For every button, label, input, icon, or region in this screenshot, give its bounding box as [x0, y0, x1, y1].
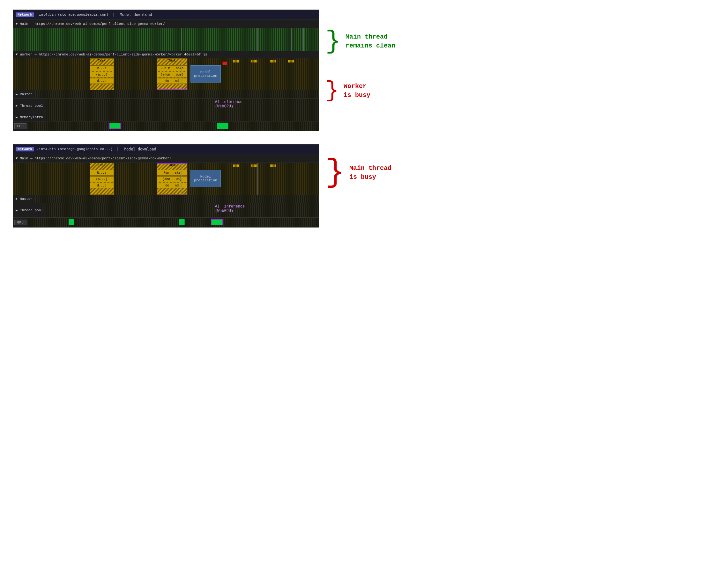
main2-small-1	[233, 165, 239, 167]
network-label-area-1: Network -int4.bin (storage.googleapis.co…	[13, 10, 319, 19]
main-url-1: ▼ Main — https://chrome.dev/web-ai-demos…	[13, 21, 168, 27]
vline-main-5	[303, 28, 304, 51]
worker-url-1: ▼ Worker — https://chrome.dev/web-ai-dem…	[16, 53, 207, 56]
diagram-panel1: Network -int4.bin (storage.googleapis.co…	[13, 10, 395, 131]
main-thread-tracks-1	[13, 28, 319, 51]
ai-inference-label-2: AI inference (WebGPU)	[215, 204, 245, 213]
model-prep-block-2: Model preparation	[190, 170, 221, 187]
red-block-worker-1	[222, 62, 227, 65]
a-block-1: (a...)	[90, 72, 114, 77]
brace-red-1: }	[325, 80, 339, 102]
gpu-block2-1	[109, 123, 121, 129]
a-label-2: (a...)	[96, 178, 108, 181]
vline-worker-1	[181, 58, 182, 90]
gpu-content-2	[28, 218, 319, 227]
separator-2: |	[116, 147, 119, 151]
anon-label-2: (ano...us)	[162, 178, 182, 181]
raster-label-1: ▶ Raster	[13, 92, 35, 96]
raster-label-2: ▶ Raster	[13, 197, 35, 201]
diagram-panel2: Network -int4.bin (storage.googleapis.co…	[13, 144, 391, 228]
rs-label-1: R...s	[97, 67, 107, 70]
annotations-panel2: } Main thread is busy	[325, 144, 391, 189]
dond-block-1: do...nd	[157, 78, 187, 84]
vline-main-4	[291, 28, 292, 51]
model-download-1: Model download	[120, 12, 152, 17]
network-badge-1: Network	[16, 12, 34, 17]
model-prep-label-2: Model preparation	[194, 175, 217, 182]
brace-green-1: }	[325, 29, 341, 54]
threadpool-row-1: ▶ Thread pool AI inference (WebGPU)	[13, 99, 319, 113]
model-download-2: Model download	[124, 147, 156, 151]
anon-label-1: (anon...ous)	[160, 73, 183, 77]
worker-small-4	[288, 60, 294, 63]
vline-main2-1	[181, 163, 182, 195]
rs-label-2: R...s	[97, 171, 107, 175]
dond-block-2: do...nd	[157, 183, 187, 188]
task1-label-1: Task	[98, 59, 106, 63]
threadpool-label-2: ▶ Thread pool	[13, 208, 46, 212]
dond-label-1: do...nd	[165, 79, 179, 83]
a-label-1: (a...)	[96, 73, 108, 77]
network-row-1: Network -int4.bin (storage.googleapis.co…	[13, 10, 319, 19]
memoryinfra-row-1: ▶ MemoryInfra	[13, 113, 319, 122]
dond-label-2: do...nd	[165, 184, 179, 188]
main2-small-3	[270, 165, 276, 167]
runsks-block-2: Run...sks	[157, 170, 187, 176]
threadpool-content-1: AI inference (WebGPU)	[46, 99, 319, 113]
worker-tracks-1: Task Task R...s Run m...asks (a...)	[13, 58, 319, 90]
a-block-2: (a...)	[90, 176, 114, 182]
main-thread-tracks-2: Task Task R...s Run...sks (a...) (a	[13, 163, 319, 195]
vline-main-6	[313, 28, 313, 51]
annotation-text-clean: Main thread remains clean	[345, 33, 395, 50]
network-label-area-2: Network -int4.bin (storage.googleapis.co…	[13, 144, 319, 154]
annotations-panel1: } Main thread remains clean } Worker is …	[325, 10, 395, 102]
memoryinfra-label-1: ▶ MemoryInfra	[13, 115, 46, 119]
runasks-block-1: Run m...asks	[157, 65, 187, 71]
network-file-1: -int4.bin (storage.googleapis.com)	[37, 13, 108, 17]
model-prep-label-1: Model preparation	[194, 70, 217, 78]
dd-block-1: d...d	[90, 78, 114, 84]
memoryinfra-content-1	[46, 113, 319, 121]
separator-1: |	[112, 12, 115, 17]
dd-label-2: d...d	[97, 184, 107, 188]
gpu-row-2: GPU	[13, 218, 319, 227]
vline-main2-2	[257, 163, 258, 195]
rs-block-2: R...s	[90, 170, 114, 176]
gpu-row-1: GPU	[13, 122, 319, 131]
vline-main-2	[257, 28, 258, 51]
runsks-label-2: Run...sks	[163, 171, 181, 175]
gpu-block1-2	[69, 219, 74, 225]
timeline-panel1: Network -int4.bin (storage.googleapis.co…	[13, 10, 319, 131]
dd-block-2: d...d	[90, 183, 114, 188]
timeline-panel2: Network -int4.bin (storage.googleapis.co…	[13, 144, 319, 228]
gpu-block4-1	[217, 123, 228, 129]
raster-content-1	[35, 90, 319, 98]
task2-label-2: Task	[168, 164, 176, 167]
raster-row-1: ▶ Raster	[13, 90, 319, 99]
task1-label-2: Task	[98, 164, 106, 167]
brace-red-2: }	[325, 157, 345, 189]
task2-label-1: Task	[168, 59, 176, 63]
raster-content-2	[35, 195, 319, 203]
anon-block-1: (anon...ous)	[157, 72, 187, 77]
annotation-text-main-busy: Main thread is busy	[349, 164, 391, 182]
raster-row-2: ▶ Raster	[13, 195, 319, 203]
main-url-2: ▼ Main — https://chrome.dev/web-ai-demos…	[13, 155, 174, 162]
annotation-group-busy-worker: } Worker is busy	[325, 80, 395, 102]
vline-main-1	[181, 28, 182, 51]
annotation-group-main-busy: } Main thread is busy	[325, 157, 391, 189]
worker-header-1: ▼ Worker — https://chrome.dev/web-ai-dem…	[13, 51, 319, 58]
main2-small-2	[251, 165, 257, 167]
ai-inference-label-1: AI inference (WebGPU)	[215, 100, 242, 109]
gpu-block2-2	[179, 219, 185, 225]
worker-small-1	[233, 60, 239, 63]
gpu-label-1: GPU	[14, 123, 26, 129]
vline-main2-3	[279, 163, 279, 195]
threadpool-row-2: ▶ Thread pool AI inference (WebGPU)	[13, 203, 319, 218]
main-thread-bg-1	[13, 28, 319, 51]
vline-main-3	[279, 28, 279, 51]
worker-small-2	[251, 60, 257, 63]
gpu-block3-2	[211, 219, 222, 225]
worker-small-3	[270, 60, 276, 63]
dd-label-1: d...d	[97, 79, 107, 83]
